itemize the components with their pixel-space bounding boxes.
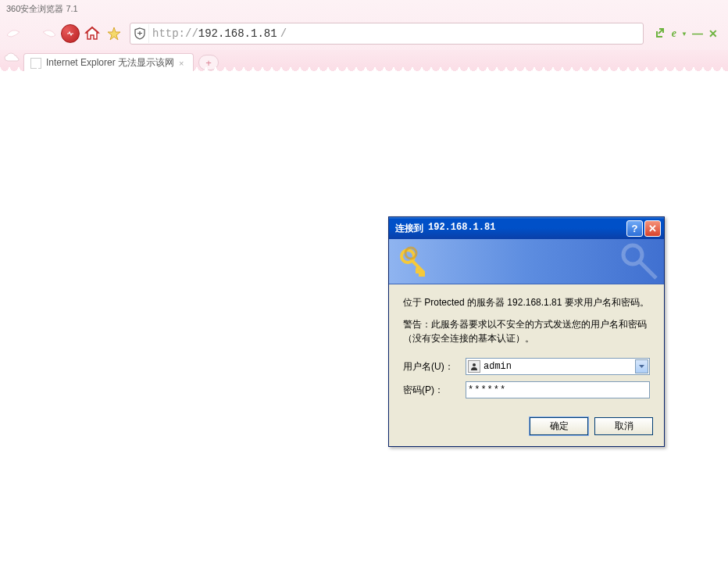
shield-icon[interactable] xyxy=(130,24,149,43)
password-field[interactable] xyxy=(466,381,650,398)
dialog-banner xyxy=(389,239,664,284)
address-bar[interactable]: http://192.168.1.81/ xyxy=(130,23,644,45)
close-icon[interactable]: ✕ xyxy=(708,28,719,39)
wing-left-icon[interactable] xyxy=(5,24,30,43)
dialog-message-1: 位于 Protected 的服务器 192.168.1.81 要求用户名和密码。 xyxy=(403,295,650,309)
browser-chrome: 360安全浏览器 7.1 http://192.168.1.81/ e xyxy=(0,0,728,77)
dialog-button-row: 确定 取消 xyxy=(389,411,664,446)
favorites-icon[interactable] xyxy=(105,24,123,43)
username-value: admin xyxy=(484,359,512,373)
share-icon[interactable] xyxy=(655,27,667,41)
dialog-body: 位于 Protected 的服务器 192.168.1.81 要求用户名和密码。… xyxy=(389,284,664,411)
toolbar: http://192.168.1.81/ e ▼ — ✕ xyxy=(0,17,728,50)
url-scheme: http:// xyxy=(149,27,198,40)
auth-dialog: 连接到 192.168.1.81 ? ✕ 位于 Protected 的服务器 1… xyxy=(388,216,665,447)
chrome-border xyxy=(0,72,728,77)
ie-mode-icon[interactable]: e xyxy=(672,27,676,40)
password-input[interactable] xyxy=(468,384,648,395)
help-button[interactable]: ? xyxy=(626,220,643,237)
password-label: 密码(P)： xyxy=(403,383,466,397)
user-icon xyxy=(468,360,480,373)
keys-icon xyxy=(397,245,431,282)
ie-dropdown-icon[interactable]: ▼ xyxy=(681,30,687,38)
dialog-close-button[interactable]: ✕ xyxy=(644,220,661,237)
svg-point-3 xyxy=(473,363,476,366)
cancel-button[interactable]: 取消 xyxy=(594,417,653,435)
minimize-icon[interactable]: — xyxy=(692,28,703,39)
dialog-title-host: 192.168.1.81 xyxy=(428,222,495,235)
username-field[interactable]: admin xyxy=(466,358,650,375)
dialog-titlebar[interactable]: 连接到 192.168.1.81 ? ✕ xyxy=(389,217,664,239)
cloud-icon[interactable] xyxy=(3,52,20,66)
username-dropdown-icon[interactable] xyxy=(635,359,648,373)
ok-button[interactable]: 确定 xyxy=(530,417,588,435)
window-title: 360安全浏览器 7.1 xyxy=(0,0,728,17)
url-host: 192.168.1.81 xyxy=(198,27,277,40)
tab-close-icon[interactable]: × xyxy=(179,59,188,68)
username-label: 用户名(U)： xyxy=(403,359,466,373)
toolbar-right: e ▼ — ✕ xyxy=(650,27,723,41)
dialog-title-text: 连接到 xyxy=(395,222,423,235)
dialog-message-2: 警告：此服务器要求以不安全的方式发送您的用户名和密码（没有安全连接的基本认证）。 xyxy=(403,317,650,345)
stop-icon[interactable] xyxy=(61,24,80,43)
wing-right-icon[interactable] xyxy=(33,24,58,43)
url-path: / xyxy=(277,27,287,40)
home-icon[interactable] xyxy=(83,24,102,43)
